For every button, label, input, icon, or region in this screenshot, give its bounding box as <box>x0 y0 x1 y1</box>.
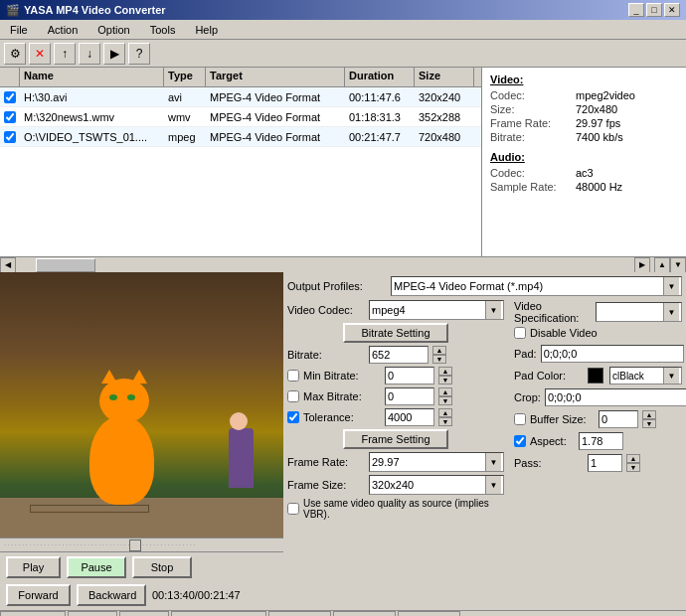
pause-button[interactable]: Pause <box>67 556 126 578</box>
output-profiles-arrow[interactable]: ▼ <box>663 277 679 295</box>
use-quality-checkbox[interactable] <box>287 503 299 515</box>
move-down-button[interactable]: ↓ <box>79 43 100 65</box>
menu-tools[interactable]: Tools <box>144 23 182 37</box>
max-bitrate-checkbox[interactable] <box>287 390 299 402</box>
max-bitrate-input[interactable] <box>385 387 434 405</box>
row1-checkbox[interactable] <box>4 111 16 123</box>
aspect-checkbox[interactable] <box>514 435 526 447</box>
bitrate-input[interactable] <box>369 346 429 364</box>
bitrate-up[interactable]: ▲ <box>432 346 446 355</box>
menu-action[interactable]: Action <box>42 23 85 37</box>
aspect-input[interactable] <box>579 432 623 450</box>
info-scroll-up[interactable]: ▲ <box>654 257 670 273</box>
forward-button[interactable]: Forward <box>6 584 71 606</box>
max-bitrate-spinner[interactable]: ▲ ▼ <box>438 387 452 405</box>
min-bitrate-up[interactable]: ▲ <box>438 367 452 376</box>
video-spec-row: Video Specification: ▼ <box>514 300 682 324</box>
bitrate-down[interactable]: ▼ <box>432 355 446 364</box>
tolerance-checkbox[interactable] <box>287 411 299 423</box>
backward-button[interactable]: Backward <box>77 584 146 606</box>
info-scroll-down[interactable]: ▼ <box>670 257 686 273</box>
scroll-thumb[interactable] <box>36 258 95 272</box>
tab-codec1[interactable]: Codec 1 <box>268 611 331 616</box>
row2-type: mpeg <box>164 129 206 145</box>
crop-input[interactable] <box>545 388 686 406</box>
row2-checkbox[interactable] <box>4 131 16 143</box>
play-button[interactable]: Play <box>6 556 61 578</box>
pass-down[interactable]: ▼ <box>626 463 640 472</box>
menu-option[interactable]: Option <box>91 23 135 37</box>
table-row: M:\320news1.wmv wmv MPEG-4 Video Format … <box>0 107 481 127</box>
buffer-size-up[interactable]: ▲ <box>642 410 656 419</box>
min-bitrate-input[interactable] <box>385 367 434 385</box>
progress-thumb[interactable] <box>129 539 141 551</box>
remove-button[interactable]: ✕ <box>29 43 51 65</box>
max-bitrate-down[interactable]: ▼ <box>438 396 452 405</box>
video-codec-arrow[interactable]: ▼ <box>485 301 501 319</box>
file-list-scrollbar[interactable]: ◀ ▶ ▲ ▼ <box>0 256 686 272</box>
bitrate-value: 7400 kb/s <box>576 131 623 143</box>
progress-bar[interactable]: ········································… <box>0 538 283 551</box>
info-panel: Video: Codec: mpeg2video Size: 720x480 F… <box>482 68 686 256</box>
menu-help[interactable]: Help <box>189 23 224 37</box>
tolerance-down[interactable]: ▼ <box>438 417 452 426</box>
tab-advance-video[interactable]: Advance Video <box>171 611 266 616</box>
video-spec-arrow[interactable]: ▼ <box>663 303 679 321</box>
tab-generial[interactable]: Generial <box>0 611 66 616</box>
min-bitrate-down[interactable]: ▼ <box>438 376 452 385</box>
min-bitrate-checkbox[interactable] <box>287 370 299 382</box>
pass-input[interactable] <box>588 454 622 472</box>
max-bitrate-row: Max Bitrate: ▲ ▼ <box>287 387 504 405</box>
buffer-size-checkbox[interactable] <box>514 413 526 425</box>
tab-video[interactable]: Video <box>68 611 117 616</box>
max-bitrate-up[interactable]: ▲ <box>438 387 452 396</box>
stop-button[interactable]: Stop <box>132 556 192 578</box>
pass-up[interactable]: ▲ <box>626 454 640 463</box>
codec-label: Codec: <box>490 89 570 101</box>
scroll-right-arrow[interactable]: ▶ <box>634 257 650 273</box>
pad-label: Pad: <box>514 348 537 360</box>
row0-checkbox[interactable] <box>4 91 16 103</box>
convert-button[interactable]: ▶ <box>103 43 125 65</box>
buffer-size-spinner[interactable]: ▲ ▼ <box>642 410 656 428</box>
bitrate-section-btn[interactable]: Bitrate Setting <box>343 323 447 343</box>
frame-rate-arrow[interactable]: ▼ <box>485 453 501 471</box>
aspect-row: Aspect: <box>514 432 682 450</box>
buffer-size-down[interactable]: ▼ <box>642 419 656 428</box>
minimize-button[interactable]: _ <box>628 3 644 17</box>
tolerance-spinner[interactable]: ▲ ▼ <box>438 408 452 426</box>
tab-codec3[interactable]: Codec 3 <box>398 611 460 616</box>
restore-button[interactable]: □ <box>646 3 662 17</box>
frame-size-combo[interactable]: 320x240 ▼ <box>369 475 504 495</box>
tab-audio[interactable]: Audio <box>119 611 169 616</box>
pass-spinner[interactable]: ▲ ▼ <box>626 454 640 472</box>
tolerance-input[interactable] <box>385 408 434 426</box>
help-button[interactable]: ? <box>128 43 150 65</box>
scroll-track[interactable] <box>16 257 634 273</box>
frame-rate-combo[interactable]: 29.97 ▼ <box>369 452 504 472</box>
video-spec-combo[interactable]: ▼ <box>596 302 682 322</box>
min-bitrate-spinner[interactable]: ▲ ▼ <box>438 367 452 385</box>
video-codec-combo[interactable]: mpeg4 ▼ <box>369 300 504 320</box>
tolerance-up[interactable]: ▲ <box>438 408 452 417</box>
col-header-type: Type <box>164 68 206 86</box>
frame-section-btn[interactable]: Frame Setting <box>343 429 447 449</box>
pad-color-combo[interactable]: clBlack ▼ <box>609 367 682 385</box>
pad-color-arrow[interactable]: ▼ <box>663 368 679 384</box>
controls-row1: Play Pause Stop <box>0 551 283 582</box>
table-row: H:\30.avi avi MPEG-4 Video Format 00:11:… <box>0 87 481 107</box>
frame-size-arrow[interactable]: ▼ <box>485 476 501 494</box>
pad-input[interactable] <box>541 345 684 363</box>
move-up-button[interactable]: ↑ <box>54 43 76 65</box>
add-button[interactable]: ⚙ <box>4 43 26 65</box>
output-profiles-combo[interactable]: MPEG-4 Video Format (*.mp4) ▼ <box>391 276 682 296</box>
bitrate-spinner[interactable]: ▲ ▼ <box>432 346 446 364</box>
close-button[interactable]: ✕ <box>664 3 680 17</box>
menu-file[interactable]: File <box>4 23 34 37</box>
buffer-size-input[interactable] <box>599 410 638 428</box>
tab-codec2[interactable]: Codec 2 <box>333 611 396 616</box>
row0-target: MPEG-4 Video Format <box>206 89 345 105</box>
disable-video-checkbox[interactable] <box>514 327 526 339</box>
scroll-left-arrow[interactable]: ◀ <box>0 257 16 273</box>
output-profile-row: Output Profiles: MPEG-4 Video Format (*.… <box>287 276 682 296</box>
